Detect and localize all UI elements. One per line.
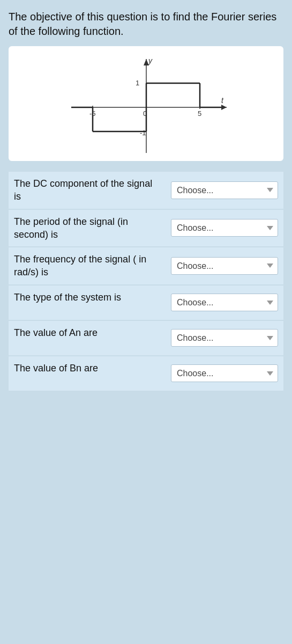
- dropdown-dc-component[interactable]: Choose...: [171, 181, 278, 199]
- question-row-type-system: The type of the system isChoose...: [9, 286, 283, 320]
- dropdown-period[interactable]: Choose...: [171, 219, 278, 237]
- question-label-dc-component: The DC component of the signal is: [14, 177, 166, 203]
- graph-svg: y t -5 0 5 1 -1: [61, 54, 232, 156]
- header-text: The objective of this question is to fin…: [9, 10, 283, 39]
- dropdown-wrapper-dc-component: Choose...: [171, 181, 278, 199]
- label-minus1: -1: [140, 129, 146, 137]
- y-axis-label: y: [148, 56, 153, 65]
- question-row-value-bn: The value of Bn areChoose...: [9, 356, 283, 391]
- question-row-value-an: The value of An areChoose...: [9, 321, 283, 355]
- dropdown-wrapper-period: Choose...: [171, 219, 278, 237]
- label-one: 1: [136, 79, 139, 87]
- dropdown-value-bn[interactable]: Choose...: [171, 364, 278, 382]
- dropdown-value-an[interactable]: Choose...: [171, 329, 278, 347]
- question-label-value-bn: The value of Bn are: [14, 362, 166, 375]
- question-row-dc-component: The DC component of the signal isChoose.…: [9, 172, 283, 209]
- dropdown-wrapper-value-an: Choose...: [171, 329, 278, 347]
- dropdown-wrapper-value-bn: Choose...: [171, 364, 278, 382]
- question-label-period: The period of the signal (in second) is: [14, 215, 166, 241]
- t-axis-arrow: [221, 105, 227, 110]
- label-five: 5: [198, 109, 201, 118]
- dropdown-wrapper-type-system: Choose...: [171, 294, 278, 311]
- graph-container: y t -5 0 5 1 -1: [9, 46, 283, 161]
- dropdown-type-system[interactable]: Choose...: [171, 294, 278, 311]
- dropdown-frequency[interactable]: Choose...: [171, 257, 278, 275]
- t-axis-label: t: [221, 96, 224, 105]
- question-label-type-system: The type of the system is: [14, 291, 166, 304]
- question-row-frequency: The frequency of the signal ( in rad/s) …: [9, 247, 283, 284]
- question-label-value-an: The value of An are: [14, 326, 166, 339]
- question-row-period: The period of the signal (in second) isC…: [9, 210, 283, 247]
- dropdown-wrapper-frequency: Choose...: [171, 257, 278, 275]
- question-label-frequency: The frequency of the signal ( in rad/s) …: [14, 253, 166, 279]
- questions-container: The DC component of the signal isChoose.…: [9, 172, 283, 391]
